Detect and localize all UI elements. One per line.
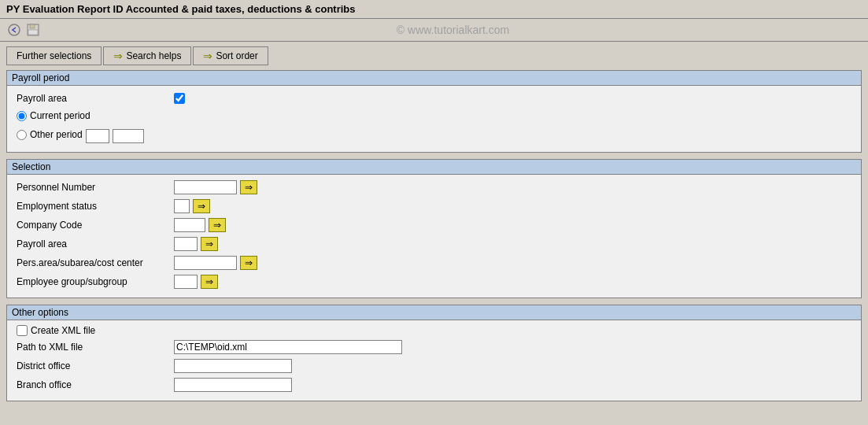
pers-area-label: Pers.area/subarea/cost center — [17, 257, 174, 268]
other-options-header: Other options — [7, 305, 861, 320]
company-code-row: Company Code ⇒ — [17, 217, 851, 233]
employment-status-row: Employment status ⇒ — [17, 198, 851, 214]
other-options-section: Other options Create XML file Path to XM… — [6, 305, 862, 401]
search-helps-arrow-icon: ⇒ — [113, 50, 123, 62]
sort-order-arrow-icon: ⇒ — [203, 50, 212, 62]
payroll-area-selection-label: Payroll area — [17, 238, 174, 249]
selection-section: Selection Personnel Number ⇒ Employment … — [6, 159, 862, 298]
employee-group-arrow-btn[interactable]: ⇒ — [201, 275, 218, 289]
company-code-label: Company Code — [17, 220, 174, 231]
tab-further-selections[interactable]: Further selections — [6, 46, 102, 65]
current-period-label[interactable]: Current period — [17, 110, 90, 121]
employment-status-label: Employment status — [17, 201, 174, 212]
create-xml-checkbox[interactable] — [17, 325, 28, 336]
create-xml-row: Create XML file — [17, 325, 851, 336]
employee-group-row: Employee group/subgroup ⇒ — [17, 274, 851, 290]
payroll-area-selection-row: Payroll area ⇒ — [17, 236, 851, 252]
district-office-input[interactable] — [174, 359, 292, 373]
branch-office-label: Branch office — [17, 379, 174, 390]
district-office-label: District office — [17, 360, 174, 371]
employment-status-input[interactable] — [174, 199, 190, 213]
pers-area-row: Pers.area/subarea/cost center ⇒ — [17, 255, 851, 271]
pers-area-arrow-btn[interactable]: ⇒ — [240, 256, 257, 270]
payroll-period-header: Payroll period — [7, 71, 861, 86]
payroll-area-selection-input[interactable] — [174, 237, 198, 251]
other-period-radio[interactable] — [17, 130, 27, 140]
branch-office-row: Branch office — [17, 377, 851, 393]
tab-search-helps-label: Search helps — [126, 50, 181, 61]
tab-sort-order-label: Sort order — [216, 50, 257, 61]
path-to-xml-row: Path to XML file — [17, 339, 851, 355]
current-period-row: Current period — [17, 109, 851, 125]
other-period-input-1[interactable] — [86, 129, 109, 143]
personnel-number-row: Personnel Number ⇒ — [17, 179, 851, 195]
selection-header: Selection — [7, 160, 861, 175]
payroll-area-selection-arrow-btn[interactable]: ⇒ — [201, 237, 218, 251]
watermark: © www.tutorialkart.com — [44, 24, 862, 36]
payroll-period-body: Payroll area Current period Other period — [7, 86, 861, 152]
svg-rect-3 — [28, 30, 38, 35]
svg-rect-2 — [30, 24, 35, 28]
employment-status-arrow-btn[interactable]: ⇒ — [193, 199, 210, 213]
payroll-area-checkbox[interactable] — [174, 93, 185, 104]
current-period-text: Current period — [30, 110, 90, 121]
selection-body: Personnel Number ⇒ Employment status ⇒ C… — [7, 175, 861, 298]
title-bar: PY Evaluation Report ID Accounted & paid… — [0, 0, 868, 19]
other-period-input-2[interactable] — [113, 129, 144, 143]
tab-search-helps[interactable]: ⇒ Search helps — [103, 46, 191, 65]
other-period-inputs — [86, 129, 144, 143]
tab-further-selections-label: Further selections — [17, 50, 91, 61]
toolbar: © www.tutorialkart.com — [0, 19, 868, 42]
payroll-area-row: Payroll area — [17, 91, 851, 106]
current-period-radio[interactable] — [17, 111, 27, 121]
page-title: PY Evaluation Report ID Accounted & paid… — [6, 3, 356, 15]
company-code-input[interactable] — [174, 218, 205, 232]
back-icon[interactable] — [6, 22, 22, 38]
company-code-arrow-btn[interactable]: ⇒ — [209, 218, 226, 232]
payroll-period-section: Payroll period Payroll area Current peri… — [6, 70, 862, 153]
content-area: Payroll period Payroll area Current peri… — [0, 65, 868, 412]
employee-group-input[interactable] — [174, 275, 198, 289]
personnel-number-label: Personnel Number — [17, 182, 174, 193]
other-period-row: Other period — [17, 128, 851, 144]
employee-group-label: Employee group/subgroup — [17, 276, 174, 287]
path-to-xml-input[interactable] — [174, 340, 402, 354]
district-office-row: District office — [17, 358, 851, 374]
save-icon[interactable] — [25, 22, 41, 38]
svg-point-0 — [9, 24, 20, 35]
personnel-number-arrow-btn[interactable]: ⇒ — [240, 180, 257, 194]
personnel-number-input[interactable] — [174, 180, 237, 194]
branch-office-input[interactable] — [174, 378, 292, 392]
payroll-area-label: Payroll area — [17, 93, 174, 104]
create-xml-label: Create XML file — [31, 325, 95, 336]
path-to-xml-label: Path to XML file — [17, 342, 174, 353]
tab-sort-order[interactable]: ⇒ Sort order — [193, 46, 268, 65]
other-options-body: Create XML file Path to XML file Distric… — [7, 320, 861, 401]
other-period-text: Other period — [30, 129, 83, 140]
other-period-label[interactable]: Other period — [17, 129, 83, 140]
pers-area-input[interactable] — [174, 256, 237, 270]
tab-bar: Further selections ⇒ Search helps ⇒ Sort… — [0, 42, 868, 65]
